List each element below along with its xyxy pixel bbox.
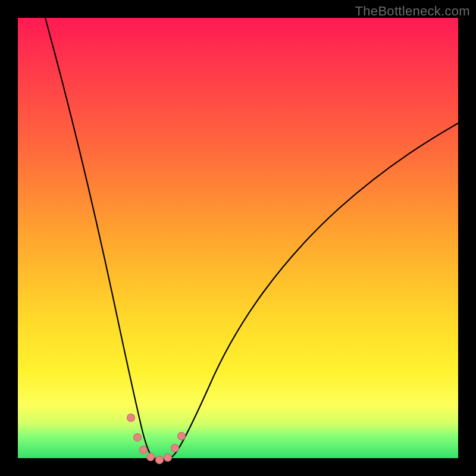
watermark-text: TheBottleneck.com (355, 4, 470, 19)
curve-marker (164, 454, 172, 462)
curve-marker (171, 444, 179, 452)
curve-marker (147, 453, 155, 461)
curve-marker (127, 414, 135, 422)
marker-group (127, 414, 186, 464)
curve-marker (134, 434, 142, 441)
chart-frame: TheBottleneck.com (0, 0, 476, 476)
curve-marker (178, 433, 186, 440)
curve-marker (156, 456, 164, 464)
bottleneck-curve-layer (18, 18, 458, 458)
curve-marker (140, 446, 148, 454)
bottleneck-curve (45, 18, 458, 461)
plot-area (18, 18, 458, 458)
